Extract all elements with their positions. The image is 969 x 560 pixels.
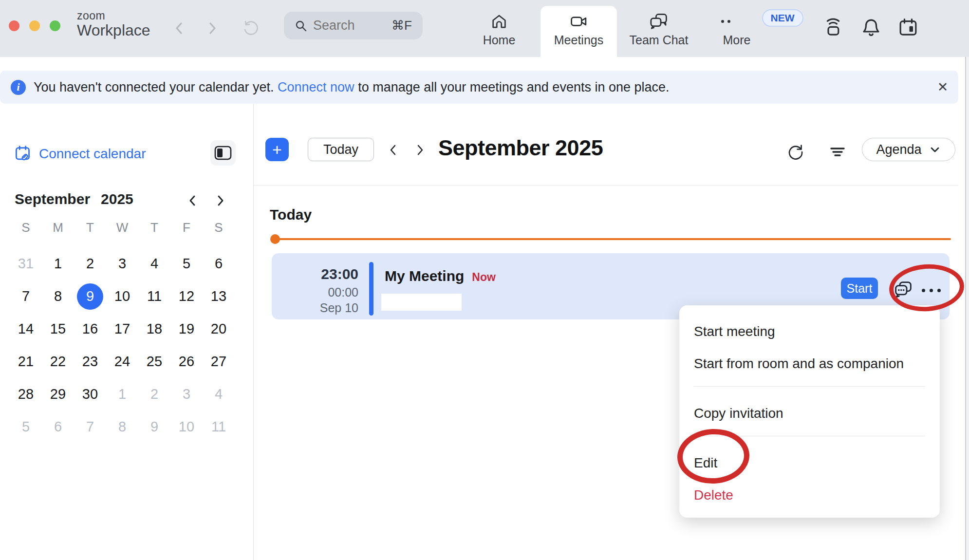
prev-period-button[interactable] [385,140,404,160]
menu-item-start-meeting[interactable]: Start meeting [679,321,940,342]
connect-now-link[interactable]: Connect now [278,80,354,94]
history-icon [240,18,261,39]
calendar-day[interactable]: 1 [106,378,138,411]
calendar-day[interactable]: 29 [42,378,74,411]
calendar-day[interactable]: 19 [170,313,203,345]
calendar-button[interactable] [896,16,920,40]
history-button[interactable] [240,18,261,39]
search-icon [295,19,307,32]
calendar-day[interactable]: 26 [170,345,203,378]
calendar-day[interactable]: 31 [10,247,42,280]
calendar-day[interactable]: 14 [10,313,42,345]
calendar-day[interactable]: 8 [42,280,74,313]
notifications-button[interactable] [859,16,883,40]
title-bar: zoom Workplace ⌘F Home Meetings Team Cha… [0,0,969,57]
ellipsis-icon [937,289,941,292]
calendar-day[interactable]: 12 [170,280,203,313]
calendar-day[interactable]: 23 [74,345,106,378]
calendar-day[interactable]: 22 [42,345,74,378]
calendar-day[interactable]: 2 [138,378,170,411]
refresh-icon [786,142,805,162]
current-time-line [274,238,951,240]
calendar-day[interactable]: 5 [170,247,203,280]
connect-calendar-button[interactable]: Connect calendar [14,144,146,164]
calendar-day[interactable]: 13 [203,280,235,313]
calendar-day[interactable]: 21 [10,345,42,378]
window-minimize-button[interactable] [29,20,40,31]
calendar-day[interactable]: 11 [203,411,235,443]
tab-more[interactable]: NEW More [700,6,773,57]
window-close-button[interactable] [9,20,19,31]
today-button[interactable]: Today [308,138,374,161]
calendar-day[interactable]: 25 [138,345,170,378]
sidebar-divider [253,104,254,560]
tab-team-chat[interactable]: Team Chat [622,6,695,57]
calendar-day[interactable]: 10 [170,411,203,443]
share-to-device-button[interactable] [821,16,845,40]
calendar-day[interactable]: 9 [138,411,170,443]
new-meeting-button[interactable]: + [265,138,289,161]
calendar-day[interactable]: 17 [106,313,138,345]
calendar-day[interactable]: 3 [106,247,138,280]
mini-calendar-next-button[interactable] [213,192,233,209]
refresh-button[interactable] [786,141,807,163]
mini-calendar-year: 2025 [101,191,133,207]
calendar-day[interactable]: 28 [10,378,42,411]
meeting-more-options-button[interactable] [919,284,943,296]
calendar-day[interactable]: 2 [74,247,106,280]
calendar-day[interactable]: 3 [170,378,203,411]
banner-close-button[interactable]: ✕ [933,77,952,97]
mini-calendar-prev-button[interactable] [185,192,205,209]
calendar-icon [896,16,920,40]
calendar-day[interactable]: 27 [203,345,235,378]
tab-home[interactable]: Home [463,6,536,57]
calendar-day[interactable]: 6 [203,247,235,280]
calendar-day[interactable]: 1 [42,247,74,280]
menu-divider [694,386,925,387]
calendar-day[interactable]: 5 [10,411,42,443]
menu-item-start-from-room[interactable]: Start from room and as companion [679,353,940,374]
tab-meetings[interactable]: Meetings [540,6,617,57]
calendar-day[interactable]: 4 [138,247,170,280]
meeting-chat-button[interactable] [893,280,913,300]
header-divider [254,185,958,186]
calendar-day[interactable]: 4 [203,378,235,411]
today-section-label: Today [270,206,312,223]
tab-more-label: More [723,33,751,47]
calendar-day-selected[interactable]: 9 [74,280,106,313]
calendar-day[interactable]: 30 [74,378,106,411]
menu-item-delete[interactable]: Delete [679,485,940,506]
filter-button[interactable] [828,141,849,163]
mini-calendar-header: September2025 [15,191,133,207]
calendar-link-icon [14,144,33,164]
chat-bubbles-icon [649,12,669,31]
calendar-day[interactable]: 24 [106,345,138,378]
search-input[interactable] [313,18,386,33]
calendar-day[interactable]: 6 [42,411,74,443]
calendar-day[interactable]: 7 [10,280,42,313]
calendar-day[interactable]: 11 [138,280,170,313]
close-icon: ✕ [937,80,949,94]
calendar-day[interactable]: 20 [203,313,235,345]
calendar-day[interactable]: 8 [106,411,138,443]
view-selector-dropdown[interactable]: Agenda [862,138,955,161]
banner-text: You haven't connected your calendar yet.… [34,80,670,95]
tab-meetings-label: Meetings [554,33,603,47]
search-bar[interactable]: ⌘F [284,12,423,39]
menu-item-edit[interactable]: Edit [679,452,940,474]
window-zoom-button[interactable] [50,20,60,31]
next-period-button[interactable] [412,140,431,160]
nav-back-button[interactable] [170,19,188,38]
share-to-device-icon [821,16,845,40]
calendar-day[interactable]: 15 [42,313,74,345]
nav-forward-button[interactable] [204,19,221,38]
video-camera-icon [569,12,589,31]
calendar-day[interactable]: 10 [106,280,138,313]
sidebar-toggle-button[interactable] [210,140,236,166]
start-meeting-button[interactable]: Start [841,278,878,299]
menu-item-copy-invitation[interactable]: Copy invitation [679,403,940,424]
calendar-day[interactable]: 16 [74,313,106,345]
selected-day-circle: 9 [77,283,103,310]
calendar-day[interactable]: 7 [74,411,106,443]
calendar-day[interactable]: 18 [138,313,170,345]
